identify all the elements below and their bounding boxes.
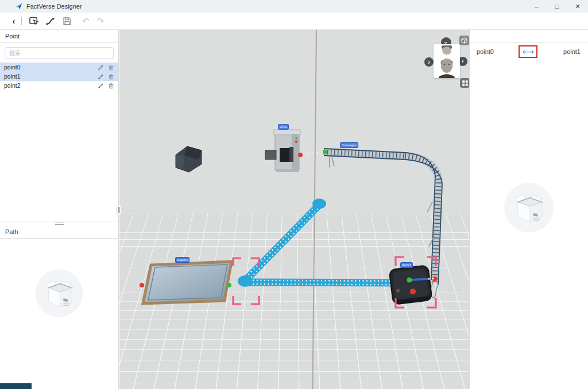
redo-button[interactable]: ↷ xyxy=(94,15,107,28)
depot-badge: Depot1 xyxy=(175,257,189,263)
conveyor-start-dot xyxy=(323,150,327,154)
select-tool-icon xyxy=(29,16,39,26)
depot-pallet-object[interactable] xyxy=(143,262,231,304)
grid-icon xyxy=(462,80,469,87)
chevron-down-icon: › xyxy=(443,41,449,44)
toolbar-separator xyxy=(21,17,22,25)
scene-layer xyxy=(119,30,469,389)
titlebar: FactVerse Designer – □ ✕ xyxy=(0,0,588,13)
path-tool-icon xyxy=(45,17,56,26)
select-tool-button[interactable] xyxy=(27,15,41,28)
toolbar: ‹ ↶ ↷ xyxy=(0,13,588,30)
save-icon xyxy=(63,17,72,26)
machine-badge: CNC xyxy=(278,124,289,130)
view-cube[interactable] xyxy=(434,44,460,78)
machine-conveyor-link xyxy=(304,153,323,154)
path-horizontal[interactable] xyxy=(245,282,405,283)
minimize-button[interactable]: – xyxy=(526,0,547,13)
list-item-point2[interactable]: point2 xyxy=(0,81,118,90)
cube-view-button[interactable] xyxy=(459,36,469,45)
search-wrap xyxy=(0,43,118,63)
agv-red-dot xyxy=(410,289,416,294)
right-panel-empty-state xyxy=(501,180,556,238)
cnc-machine-object[interactable] xyxy=(265,130,300,172)
search-input[interactable] xyxy=(5,47,114,59)
agv-green-dot xyxy=(407,278,412,283)
avatar-face-icon xyxy=(434,44,460,78)
status-chip xyxy=(0,383,32,389)
window-controls: – □ ✕ xyxy=(526,0,588,13)
path-node-junction[interactable] xyxy=(238,275,253,287)
crate-object[interactable] xyxy=(176,146,202,172)
path-panel-empty-state xyxy=(0,239,118,389)
point-list: point0 point1 point2 xyxy=(0,63,118,90)
point-label: point0 xyxy=(4,64,21,71)
orbit-right-button[interactable]: › xyxy=(424,57,434,67)
right-panel-header xyxy=(470,30,588,43)
edit-icon[interactable] xyxy=(98,73,104,80)
save-button[interactable] xyxy=(60,15,74,28)
agv-heading-line xyxy=(410,279,428,280)
app-title: FactVerse Designer xyxy=(26,3,82,10)
path-diagonal[interactable] xyxy=(245,205,319,281)
delete-icon[interactable] xyxy=(108,64,114,71)
list-item-point1[interactable]: point1 xyxy=(0,72,118,81)
app-window: FactVerse Designer – □ ✕ ‹ xyxy=(0,0,588,389)
panel-splitter[interactable] xyxy=(0,221,118,225)
maximize-button[interactable]: □ xyxy=(547,0,567,13)
path-panel-title: Path xyxy=(0,225,118,239)
back-button[interactable]: ‹ xyxy=(9,15,18,28)
machine-port-dot xyxy=(298,153,303,157)
link-to-label: point1 xyxy=(563,48,581,55)
sidebar-collapse-handle[interactable] xyxy=(117,205,121,215)
empty-box-icon xyxy=(501,180,556,235)
path-tool-button[interactable] xyxy=(44,15,57,28)
delete-icon[interactable] xyxy=(108,83,114,89)
link-from-label: point0 xyxy=(477,48,494,55)
chevron-right-icon: › xyxy=(428,59,430,65)
link-direction-button[interactable]: ⟷ xyxy=(519,45,537,58)
view-gizmo: › › › xyxy=(423,34,469,92)
bidirectional-arrow-icon: ⟷ xyxy=(522,48,533,56)
delete-icon[interactable] xyxy=(108,73,114,80)
point-label: point1 xyxy=(4,73,21,80)
list-item-point0[interactable]: point0 xyxy=(0,63,118,72)
edit-icon[interactable] xyxy=(98,83,104,89)
close-button[interactable]: ✕ xyxy=(567,0,588,13)
path-node-top[interactable] xyxy=(312,199,326,209)
edit-icon[interactable] xyxy=(98,64,104,71)
link-row: point0 ⟷ point1 xyxy=(470,43,588,64)
cube-icon xyxy=(461,37,468,44)
viewport-3d[interactable]: CNC Conveyor Depot1 AGV1 › › › xyxy=(119,30,469,389)
depot-right-dot xyxy=(227,283,231,287)
app-logo-icon xyxy=(16,3,22,10)
grid-view-button[interactable] xyxy=(460,78,469,88)
left-sidebar: Point point0 point1 point2 xyxy=(0,30,119,389)
conveyor-badge: Conveyor xyxy=(340,142,358,148)
right-panel: point0 ⟷ point1 xyxy=(469,30,588,389)
agv-badge: AGV1 xyxy=(400,262,413,268)
chevron-left-icon: › xyxy=(462,59,464,65)
depot-left-dot xyxy=(140,283,144,287)
empty-box-icon xyxy=(33,267,86,320)
point-label: point2 xyxy=(4,82,21,89)
undo-button[interactable]: ↶ xyxy=(79,15,92,28)
point-panel-title: Point xyxy=(0,30,118,43)
